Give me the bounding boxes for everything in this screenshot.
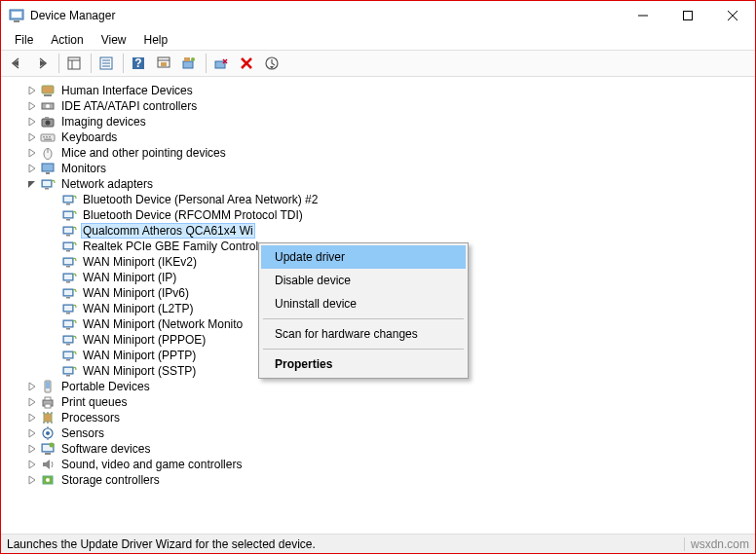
menu-file[interactable]: File [7, 31, 41, 49]
expand-icon[interactable] [24, 101, 40, 111]
menu-update-driver[interactable]: Update driver [261, 245, 466, 269]
menu-properties[interactable]: Properties [261, 352, 466, 376]
svg-rect-74 [66, 344, 70, 346]
device-label: Bluetooth Device (RFCOMM Protocol TDI) [81, 208, 305, 222]
svg-rect-4 [684, 12, 693, 20]
expand-icon[interactable] [24, 382, 40, 391]
device-label: WAN Miniport (PPTP) [81, 349, 198, 362]
expand-icon[interactable] [24, 86, 40, 95]
svg-rect-84 [45, 397, 51, 400]
svg-rect-49 [64, 212, 72, 217]
maximize-button[interactable] [665, 1, 710, 30]
menu-disable-device[interactable]: Disable device [261, 269, 466, 292]
category-human-interface-devices[interactable]: Human Interface Devices [9, 83, 755, 98]
scan-hardware-button[interactable] [152, 52, 175, 75]
collapse-icon[interactable] [24, 179, 40, 189]
expand-icon[interactable] [24, 148, 40, 158]
expand-icon[interactable] [24, 413, 40, 423]
svg-rect-52 [64, 228, 72, 233]
expand-icon[interactable] [24, 164, 40, 173]
svg-rect-47 [66, 203, 70, 205]
device-label: WAN Miniport (IKEv2) [81, 255, 199, 269]
menu-help[interactable]: Help [136, 31, 176, 49]
svg-rect-46 [64, 197, 72, 202]
svg-rect-71 [66, 328, 70, 330]
toolbar-separator [58, 54, 59, 73]
category-ide-ata-atapi-controllers[interactable]: IDE ATA/ATAPI controllers [9, 98, 755, 114]
expand-icon[interactable] [24, 117, 40, 127]
network-icon [61, 254, 77, 270]
sensor-icon [40, 425, 56, 441]
svg-rect-40 [42, 164, 54, 171]
scan-for-changes-toolbar-button[interactable] [260, 52, 284, 75]
category-label: Storage controllers [59, 473, 162, 487]
svg-point-29 [46, 104, 50, 108]
category-portable-devices[interactable]: Portable Devices [9, 379, 755, 394]
category-label: Network adapters [59, 177, 155, 191]
expand-icon[interactable] [24, 444, 40, 454]
category-label: IDE ATA/ATAPI controllers [59, 99, 199, 113]
expand-icon[interactable] [24, 397, 40, 407]
svg-rect-80 [66, 375, 70, 377]
ide-icon [40, 98, 56, 114]
category-mice-and-other-pointing-devices[interactable]: Mice and other pointing devices [9, 145, 755, 161]
category-print-queues[interactable]: Print queues [9, 394, 755, 410]
category-label: Software devices [59, 442, 152, 456]
expand-icon[interactable] [24, 428, 40, 438]
toolbar-separator [206, 54, 207, 73]
menu-action[interactable]: Action [43, 31, 91, 49]
expand-icon[interactable] [24, 460, 40, 469]
svg-rect-34 [43, 136, 45, 138]
network-icon [61, 316, 77, 332]
svg-rect-77 [66, 359, 70, 361]
svg-text:?: ? [134, 56, 141, 70]
menu-uninstall-device[interactable]: Uninstall device [261, 292, 466, 315]
svg-rect-67 [64, 306, 72, 311]
expand-icon[interactable] [24, 132, 40, 142]
svg-rect-70 [64, 321, 72, 326]
svg-point-94 [46, 431, 50, 435]
svg-rect-61 [64, 275, 72, 279]
svg-rect-27 [44, 94, 52, 96]
device-label: WAN Miniport (IP) [81, 271, 178, 284]
back-button[interactable] [5, 52, 28, 75]
close-button[interactable] [710, 1, 755, 30]
device-item[interactable]: Bluetooth Device (Personal Area Network)… [9, 192, 755, 207]
category-monitors[interactable]: Monitors [9, 161, 755, 176]
category-storage-controllers[interactable]: Storage controllers [9, 472, 755, 488]
menubar: File Action View Help [1, 30, 755, 50]
status-text: Launches the Update Driver Wizard for th… [7, 537, 316, 551]
update-driver-toolbar-button[interactable] [177, 52, 201, 75]
svg-rect-99 [45, 453, 51, 455]
uninstall-device-toolbar-button[interactable] [235, 52, 258, 75]
menu-scan-for-hardware-changes[interactable]: Scan for hardware changes [261, 322, 466, 346]
category-processors[interactable]: Processors [9, 410, 755, 425]
category-sensors[interactable]: Sensors [9, 425, 755, 441]
portable-icon [40, 379, 56, 394]
help-button[interactable]: ? [127, 52, 150, 75]
svg-rect-50 [66, 219, 70, 221]
forward-button[interactable] [30, 52, 54, 75]
properties-button[interactable] [94, 52, 118, 75]
expand-icon[interactable] [24, 475, 40, 485]
svg-rect-19 [183, 61, 193, 68]
svg-point-102 [46, 478, 50, 482]
menu-separator [263, 349, 464, 350]
device-item[interactable]: Qualcomm Atheros QCA61x4 Wi [9, 223, 755, 239]
show-hide-console-tree-button[interactable] [62, 52, 86, 75]
svg-rect-18 [161, 62, 167, 66]
category-software-devices[interactable]: Software devices [9, 441, 755, 457]
category-label: Monitors [59, 162, 108, 175]
svg-rect-65 [66, 297, 70, 299]
menu-view[interactable]: View [94, 31, 134, 49]
category-keyboards[interactable]: Keyboards [9, 129, 755, 145]
minimize-button[interactable] [621, 1, 665, 30]
category-network-adapters[interactable]: Network adapters [9, 176, 755, 192]
disable-device-toolbar-button[interactable] [209, 52, 233, 75]
device-item[interactable]: Bluetooth Device (RFCOMM Protocol TDI) [9, 207, 755, 223]
category-imaging-devices[interactable]: Imaging devices [9, 114, 755, 129]
category-sound-video-and-game-controllers[interactable]: Sound, video and game controllers [9, 457, 755, 472]
device-label: WAN Miniport (SSTP) [81, 364, 198, 378]
svg-rect-53 [66, 235, 70, 237]
svg-rect-79 [64, 368, 72, 373]
